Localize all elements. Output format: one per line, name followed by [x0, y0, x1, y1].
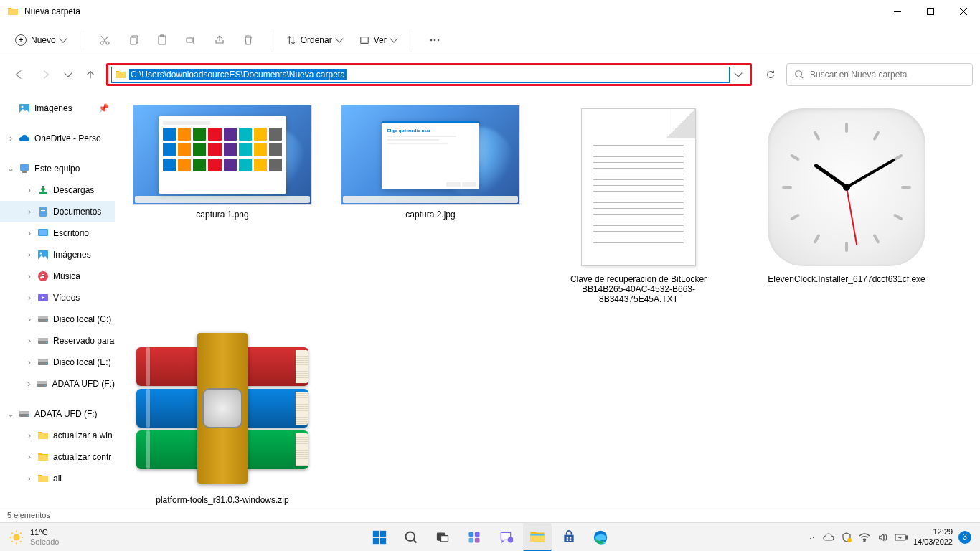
chevron-icon[interactable]: › [26, 357, 33, 367]
sidebar-item[interactable]: ›Imágenes [0, 244, 115, 265]
chevron-icon[interactable]: › [26, 250, 33, 260]
paste-button[interactable] [149, 27, 175, 53]
maximize-button[interactable] [914, 0, 947, 23]
notification-badge[interactable]: 3 [958, 531, 971, 544]
security-tray-icon[interactable] [842, 532, 852, 542]
search-input[interactable] [810, 70, 965, 80]
toolbar: + Nuevo Ordenar Ver [0, 23, 980, 57]
close-button[interactable] [947, 0, 980, 23]
chevron-down-icon [335, 34, 343, 42]
svg-rect-5 [159, 36, 166, 44]
sidebar-item[interactable]: ⌄ADATA UFD (F:) [0, 403, 115, 425]
widgets-button[interactable] [460, 523, 489, 552]
address-path[interactable]: C:\Users\downloadsourceES\Documents\Nuev… [129, 69, 347, 80]
delete-button[interactable] [235, 27, 261, 53]
start-button[interactable] [365, 523, 394, 552]
chat-button[interactable] [491, 523, 520, 552]
file-list[interactable]: captura 1.pngElige qué medio usarcaptura… [115, 92, 980, 507]
volume-icon[interactable] [877, 532, 887, 542]
svg-rect-47 [380, 537, 386, 543]
more-button[interactable] [422, 27, 448, 53]
chevron-icon[interactable]: › [26, 293, 33, 303]
file-item[interactable]: Elige qué medio usarcaptura 2.jpg [337, 105, 524, 304]
store-button[interactable] [555, 523, 583, 552]
cut-button[interactable] [92, 27, 118, 53]
search-box[interactable] [786, 63, 973, 86]
battery-icon[interactable] [895, 533, 908, 542]
search-icon [794, 70, 804, 80]
separator [83, 31, 83, 50]
sidebar-item[interactable]: ⌄Este equipo [0, 158, 115, 179]
sidebar-item[interactable]: ›Reservado para [0, 330, 115, 352]
refresh-button[interactable] [759, 63, 782, 86]
svg-rect-8 [360, 37, 368, 43]
edge-button[interactable] [586, 523, 615, 552]
weather-widget[interactable]: 11°C Soleado [3, 528, 65, 545]
sidebar-item[interactable]: ›all [0, 468, 115, 489]
chevron-down-icon [59, 34, 67, 42]
rename-button[interactable] [178, 27, 204, 53]
sidebar-item[interactable]: ›OneDrive - Perso [0, 128, 115, 149]
address-dropdown[interactable] [730, 73, 747, 76]
sidebar-item[interactable]: ›Escritorio [0, 222, 115, 244]
chevron-icon[interactable]: ⌄ [7, 409, 14, 419]
taskbar-clock[interactable]: 12:29 14/03/2022 [913, 527, 953, 546]
sidebar-item[interactable]: ›Disco local (C:) [0, 309, 115, 330]
chevron-icon[interactable]: › [26, 379, 32, 389]
share-button[interactable] [207, 27, 232, 53]
chevron-icon[interactable]: › [26, 430, 33, 441]
address-bar[interactable]: C:\Users\downloadsourceES\Documents\Nuev… [111, 67, 730, 83]
chevron-icon[interactable]: ⌄ [7, 164, 14, 174]
task-view-button[interactable] [428, 523, 457, 552]
sidebar-item-label: Descargas [53, 185, 94, 195]
search-task-button[interactable] [397, 523, 425, 552]
minimize-button[interactable] [881, 0, 914, 23]
wifi-icon[interactable] [859, 533, 870, 542]
svg-rect-50 [441, 535, 448, 541]
file-thumbnail [757, 105, 936, 270]
history-dropdown[interactable] [62, 63, 75, 86]
svg-point-63 [864, 540, 865, 542]
file-explorer-task[interactable] [523, 523, 552, 552]
svg-rect-59 [567, 539, 569, 541]
sidebar-item[interactable]: ›actualizar a win [0, 425, 115, 446]
sidebar-item[interactable]: ›Vídeos [0, 287, 115, 309]
chevron-icon[interactable]: › [26, 185, 33, 195]
sidebar-item[interactable]: Imágenes📌 [0, 98, 115, 119]
sidebar-item[interactable]: ›Documentos [0, 201, 115, 222]
forward-button[interactable] [34, 63, 57, 86]
sidebar-item[interactable]: ›Descargas [0, 179, 115, 201]
view-button[interactable]: Ver [352, 31, 404, 50]
navigation-pane[interactable]: Imágenes📌›OneDrive - Perso⌄Este equipo›D… [0, 92, 115, 507]
chevron-icon[interactable]: › [26, 228, 33, 238]
sidebar-item-label: all [53, 474, 62, 484]
sidebar-item-label: Música [53, 271, 80, 281]
file-item[interactable]: Clave de recuperación de BitLocker BB14B… [545, 105, 732, 304]
chevron-icon[interactable]: › [26, 314, 33, 324]
up-button[interactable] [79, 63, 102, 86]
chevron-icon[interactable]: › [26, 336, 33, 346]
titlebar: Nueva carpeta [0, 0, 980, 23]
onedrive-tray-icon[interactable] [823, 533, 834, 542]
chevron-icon[interactable]: › [7, 133, 14, 143]
sidebar-item[interactable]: ›ADATA UFD (F:) [0, 373, 115, 395]
sidebar-item-label: Reservado para [53, 336, 114, 346]
sort-button[interactable]: Ordenar [279, 31, 349, 50]
chevron-icon[interactable]: › [26, 474, 33, 484]
chevron-icon[interactable]: › [26, 271, 33, 281]
sidebar-item[interactable]: ›actualizar contr [0, 446, 115, 468]
new-button[interactable]: + Nuevo [7, 29, 74, 51]
file-item[interactable]: captura 1.png [129, 105, 316, 304]
chevron-icon[interactable]: › [26, 207, 33, 217]
svg-point-2 [100, 42, 103, 44]
file-item[interactable]: ElevenClock.Installer_6177dccf631cf.exe [753, 105, 940, 304]
sidebar-item[interactable]: ›Disco local (E:) [0, 352, 115, 373]
back-button[interactable] [7, 63, 30, 86]
sidebar-item[interactable]: ›Música [0, 265, 115, 287]
copy-button[interactable] [121, 27, 146, 53]
folder-icon [37, 451, 49, 463]
main-area: Imágenes📌›OneDrive - Perso⌄Este equipo›D… [0, 92, 980, 507]
file-item[interactable]: platform-tools_r31.0.3-windows.zip [129, 326, 316, 505]
tray-overflow[interactable] [809, 534, 816, 541]
chevron-icon[interactable]: › [26, 452, 33, 462]
